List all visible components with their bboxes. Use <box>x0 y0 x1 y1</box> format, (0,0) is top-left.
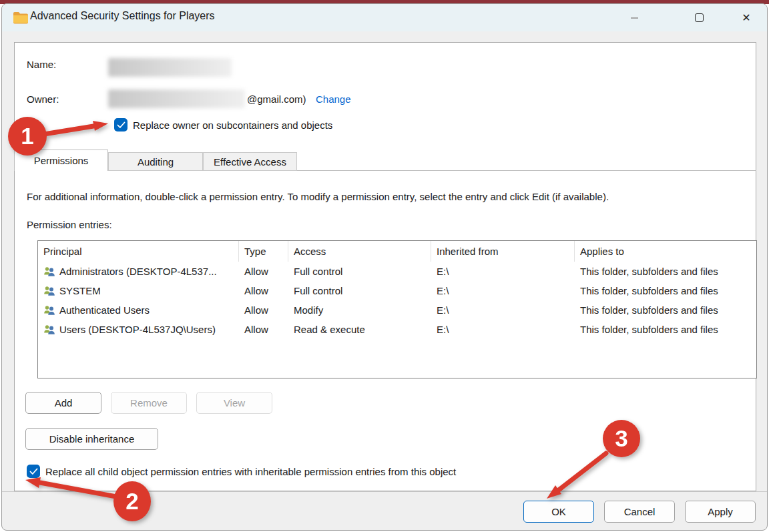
cell-applies-to: This folder, subfolders and files <box>575 320 756 339</box>
permission-entries-label: Permission entries: <box>27 219 112 230</box>
check-icon <box>29 468 38 475</box>
cell-access: Full control <box>288 281 431 300</box>
name-value-redacted <box>108 58 232 77</box>
cell-applies-to: This folder, subfolders and files <box>575 281 756 300</box>
screenshot-root: Advanced Security Settings for Players ✕… <box>0 0 769 532</box>
cell-access: Modify <box>288 300 431 320</box>
cell-principal: Users (DESKTOP-4L537JQ\Users) <box>59 324 216 335</box>
column-header-access[interactable]: Access <box>288 241 431 262</box>
tab-permissions[interactable]: Permissions <box>14 150 108 171</box>
window-title: Advanced Security Settings for Players <box>30 10 215 22</box>
replace-owner-label: Replace owner on subcontainers and objec… <box>133 119 332 131</box>
check-icon <box>117 121 125 129</box>
minimize-icon <box>631 17 638 19</box>
name-label: Name: <box>27 59 56 70</box>
users-icon <box>43 266 55 276</box>
view-button[interactable]: View <box>196 392 272 414</box>
replace-child-label: Replace all child object permission entr… <box>45 466 456 477</box>
ok-button[interactable]: OK <box>523 501 594 523</box>
tab-auditing-label: Auditing <box>138 156 174 168</box>
cell-type: Allow <box>239 262 288 281</box>
column-header-type[interactable]: Type <box>239 241 288 262</box>
column-header-principal[interactable]: Principal <box>38 241 239 262</box>
cell-type: Allow <box>239 281 288 300</box>
column-header-applies-to[interactable]: Applies to <box>575 241 756 262</box>
tab-effective-access[interactable]: Effective Access <box>203 152 297 171</box>
replace-child-checkbox[interactable] <box>27 465 40 478</box>
table-row[interactable]: Authenticated Users Allow Modify E:\ Thi… <box>38 300 756 320</box>
title-bar: Advanced Security Settings for Players ✕ <box>2 4 767 31</box>
remove-button[interactable]: Remove <box>111 392 187 414</box>
cell-inherited-from: E:\ <box>431 300 575 320</box>
cell-principal: Authenticated Users <box>59 304 150 316</box>
minimize-button[interactable] <box>619 4 650 31</box>
cancel-button[interactable]: Cancel <box>604 501 675 523</box>
owner-suffix: @gmail.com) <box>247 93 306 105</box>
cell-access: Read & execute <box>288 320 431 339</box>
cell-type: Allow <box>239 320 288 339</box>
change-owner-link[interactable]: Change <box>316 93 351 105</box>
table-row[interactable]: SYSTEM Allow Full control E:\ This folde… <box>38 281 756 300</box>
cell-access: Full control <box>288 262 431 281</box>
cell-type: Allow <box>239 300 288 320</box>
maximize-icon <box>695 13 704 22</box>
cell-inherited-from: E:\ <box>431 262 575 281</box>
close-icon: ✕ <box>742 13 750 23</box>
users-icon <box>43 286 55 296</box>
replace-owner-checkbox[interactable] <box>114 118 127 131</box>
cell-principal: Administrators (DESKTOP-4L537... <box>59 266 217 277</box>
tab-permissions-label: Permissions <box>34 155 89 166</box>
table-row[interactable]: Administrators (DESKTOP-4L537... Allow F… <box>38 262 756 281</box>
users-icon <box>43 324 55 334</box>
tab-effective-access-label: Effective Access <box>214 156 286 168</box>
cell-applies-to: This folder, subfolders and files <box>575 300 756 320</box>
tab-auditing[interactable]: Auditing <box>108 152 203 171</box>
owner-label: Owner: <box>27 93 59 105</box>
table-header-row: Principal Type Access Inherited from App… <box>38 241 756 262</box>
disable-inheritance-button[interactable]: Disable inheritance <box>25 428 158 450</box>
close-button[interactable]: ✕ <box>731 4 762 31</box>
owner-value-redacted <box>108 89 245 108</box>
folder-icon <box>13 11 29 24</box>
cell-applies-to: This folder, subfolders and files <box>575 262 756 281</box>
maximize-button[interactable] <box>684 4 714 31</box>
add-button[interactable]: Add <box>25 392 101 414</box>
advanced-security-settings-window: Advanced Security Settings for Players ✕… <box>1 3 768 531</box>
tab-description: For additional information, double-click… <box>27 191 609 202</box>
footer-divider <box>2 491 767 492</box>
table-row[interactable]: Users (DESKTOP-4L537JQ\Users) Allow Read… <box>38 320 756 339</box>
main-panel: Name: Owner: @gmail.com) Change Replace … <box>14 42 756 491</box>
apply-button[interactable]: Apply <box>685 501 756 523</box>
permission-entries-table: Principal Type Access Inherited from App… <box>37 240 757 378</box>
cell-principal: SYSTEM <box>59 285 101 296</box>
users-icon <box>43 305 55 315</box>
cell-inherited-from: E:\ <box>431 281 575 300</box>
column-header-inherited-from[interactable]: Inherited from <box>431 241 575 262</box>
cell-inherited-from: E:\ <box>431 320 575 339</box>
